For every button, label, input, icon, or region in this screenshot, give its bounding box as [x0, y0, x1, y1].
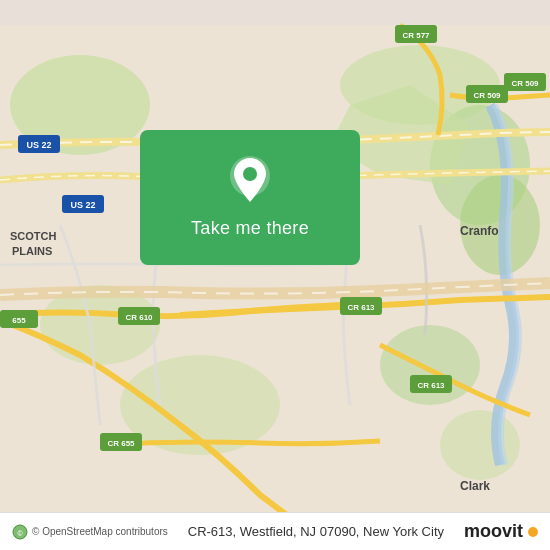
svg-point-9 — [440, 410, 520, 480]
moovit-brand-text: moovit — [464, 521, 523, 542]
location-label: CR-613, Westfield, NJ 07090, New York Ci… — [188, 524, 444, 539]
moovit-logo: moovit — [464, 521, 538, 542]
bottom-bar: © © OpenStreetMap contributors CR-613, W… — [0, 512, 550, 550]
svg-text:Cranfo: Cranfo — [460, 224, 499, 238]
svg-text:CR 613: CR 613 — [347, 303, 375, 312]
svg-text:US 22: US 22 — [26, 140, 51, 150]
svg-point-38 — [243, 167, 257, 181]
svg-text:Clark: Clark — [460, 479, 490, 493]
svg-text:CR 613: CR 613 — [417, 381, 445, 390]
svg-text:655: 655 — [12, 316, 26, 325]
svg-text:PLAINS: PLAINS — [12, 245, 52, 257]
svg-text:SCOTCH: SCOTCH — [10, 230, 57, 242]
svg-text:CR 610: CR 610 — [125, 313, 153, 322]
svg-text:CR 509: CR 509 — [473, 91, 501, 100]
bottom-left-info: © © OpenStreetMap contributors — [12, 524, 168, 540]
osm-logo: © — [12, 524, 28, 540]
osm-credit-text: © OpenStreetMap contributors — [32, 526, 168, 537]
map-svg: US 22 US 22 US 22 CR 577 CR 509 CR 509 C… — [0, 0, 550, 550]
svg-text:US 22: US 22 — [70, 200, 95, 210]
svg-text:CR 509: CR 509 — [511, 79, 539, 88]
svg-text:©: © — [17, 529, 23, 536]
take-me-there-button[interactable]: Take me there — [140, 130, 360, 265]
moovit-dot — [528, 527, 538, 537]
svg-text:CR 655: CR 655 — [107, 439, 135, 448]
take-me-there-label: Take me there — [191, 218, 309, 239]
map-container: US 22 US 22 US 22 CR 577 CR 509 CR 509 C… — [0, 0, 550, 550]
svg-text:CR 577: CR 577 — [402, 31, 430, 40]
location-pin-icon — [228, 156, 272, 210]
